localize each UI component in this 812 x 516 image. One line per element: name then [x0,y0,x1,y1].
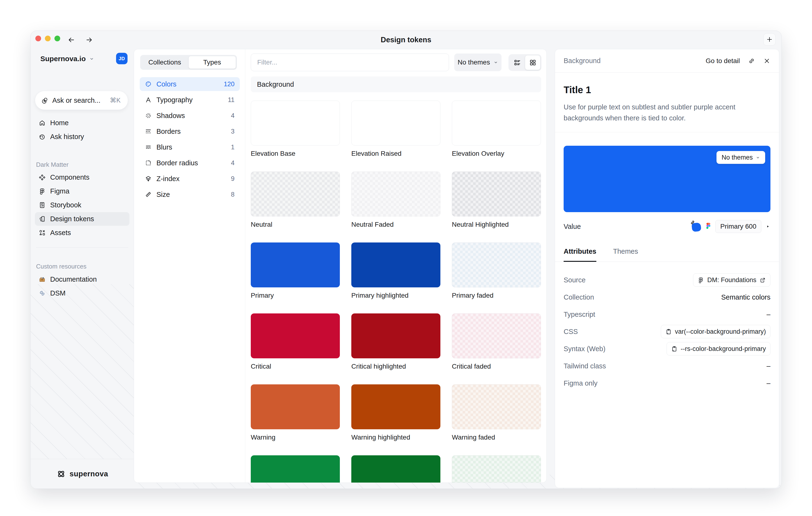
sidebar-item[interactable]: Documentation [35,273,129,286]
color-token-card[interactable]: Warning [251,384,340,455]
color-token-card[interactable]: Warning faded [452,384,541,455]
color-token-card[interactable]: Primary highlighted [351,242,440,313]
color-swatch [251,242,340,287]
color-token-label: Critical faded [452,363,541,370]
tab-themes[interactable]: Themes [613,248,638,262]
color-swatch [452,172,541,217]
token-type-row[interactable]: Border radius 4 [140,156,240,170]
color-token-card[interactable]: Elevation Raised [351,101,440,172]
value-row: Value Primary 600 [563,219,771,234]
color-token-card[interactable]: Warning highlighted [351,384,440,455]
sidebar-item-label: Home [50,119,68,127]
color-swatch [251,313,340,358]
attribute-chip[interactable]: var(--color-background-primary) [661,325,771,338]
themes-dropdown[interactable]: No themes [454,54,501,71]
sidebar-item[interactable]: Storybook [35,198,129,212]
value-label: Value [563,223,691,231]
sidebar-section-label: Dark Matter [36,161,68,168]
color-token-label: Elevation Overlay [452,150,541,157]
workspace-switcher[interactable]: Supernova.io [40,53,128,65]
view-toggle [509,54,542,71]
color-token-label: Primary highlighted [351,292,440,299]
token-type-row[interactable]: Typography 11 [140,93,240,107]
sidebar-item[interactable]: Components [35,171,129,184]
color-token-card[interactable]: Elevation Overlay [452,101,541,172]
color-token-card[interactable]: Critical highlighted [351,313,440,384]
close-icon[interactable] [763,57,771,64]
color-swatch [251,172,340,217]
sidebar-section-dark-matter: Components Figma Storybook Desig [31,171,134,240]
token-type-row[interactable]: Z-index 9 [140,172,240,185]
color-token-card[interactable]: Elevation Base [251,101,340,172]
add-button[interactable] [763,33,776,46]
color-token-label: Neutral Faded [351,221,440,228]
copy-link-icon[interactable] [748,57,755,64]
color-token-card[interactable]: Neutral Highlighted [452,172,541,242]
attribute-row: Typescript – [563,306,771,323]
color-token-card[interactable]: Neutral [251,172,340,242]
plus-icon [766,36,773,43]
caret-right-icon[interactable] [765,224,771,229]
color-token-card[interactable]: Primary [251,242,340,313]
token-type-row[interactable]: Colors 120 [140,77,240,91]
color-token-label: Primary faded [452,292,541,299]
token-type-row[interactable]: Size 8 [140,188,240,201]
color-preview: No themes [563,146,771,212]
sidebar-item[interactable]: Assets [35,226,129,239]
go-to-detail-link[interactable]: Go to detail [706,57,740,65]
token-type-count: 8 [231,191,234,198]
color-token-label: Critical highlighted [351,363,440,370]
attribute-label: CSS [563,328,661,336]
color-swatch [351,313,440,358]
search-placeholder: Ask or search... [52,96,110,105]
attribute-label: Typescript [563,311,766,318]
attribute-chip-text: DM: Foundations [707,277,756,284]
link-badge-icon [690,220,696,226]
sidebar-item[interactable]: Design tokens [35,212,129,226]
sidebar-item[interactable]: DSM [35,286,129,300]
preview-themes-dropdown[interactable]: No themes [717,151,765,164]
sidebar-item-label: Storybook [50,201,82,209]
token-detail-panel: Background Go to detail Title 1 Use for … [555,49,779,488]
color-swatch [351,384,440,429]
color-token-label: Elevation Base [251,150,340,157]
color-token-card[interactable] [351,455,440,483]
color-token-label: Neutral [251,221,340,228]
sidebar-item-label: Ask history [50,133,84,141]
chevron-down-icon [756,155,760,160]
tab-attributes[interactable]: Attributes [563,248,596,262]
attribute-chip[interactable]: DM: Foundations [693,273,771,287]
attribute-chip[interactable]: --rs-color-background-primary [667,342,771,355]
sidebar-divider [36,248,128,248]
token-type-row[interactable]: Borders 3 [140,124,240,138]
avatar[interactable]: JD [116,53,127,64]
filter-input[interactable] [251,54,449,71]
attribute-chip-text: var(--color-background-primary) [675,328,766,335]
color-token-card[interactable] [251,455,340,483]
color-token-card[interactable]: Critical [251,313,340,384]
color-token-card[interactable]: Primary faded [452,242,541,313]
sidebar-item[interactable]: Home [35,116,129,130]
token-type-label: Border radius [156,159,226,167]
color-token-card[interactable]: Critical faded [452,313,541,384]
grid-view-button[interactable] [525,55,541,70]
tab-types[interactable]: Types [188,56,236,69]
color-token-label: Primary [251,292,340,299]
color-token-card[interactable]: Neutral Faded [351,172,440,242]
supernova-wordmark: supernova [69,470,108,478]
value-token-chip[interactable]: Primary 600 [715,220,761,233]
titlebar: Design tokens [31,31,781,49]
blurs-icon [145,144,152,150]
detail-panel-header: Background Go to detail [555,49,779,73]
color-token-card[interactable] [452,455,541,483]
list-view-button[interactable] [510,55,525,70]
token-type-label: Blurs [156,143,226,151]
assets-icon [39,229,46,236]
tab-collections[interactable]: Collections [141,56,188,69]
sidebar-item[interactable]: Ask history [35,130,129,144]
search-input[interactable]: Ask or search... ⌘K [35,91,128,110]
token-type-row[interactable]: Shadows 4 [140,109,240,122]
token-type-row[interactable]: Blurs 1 [140,140,240,154]
sidebar-item[interactable]: Figma [35,184,129,198]
token-type-list: Colors 120 Typography 11 Shadows 4 [140,77,240,203]
